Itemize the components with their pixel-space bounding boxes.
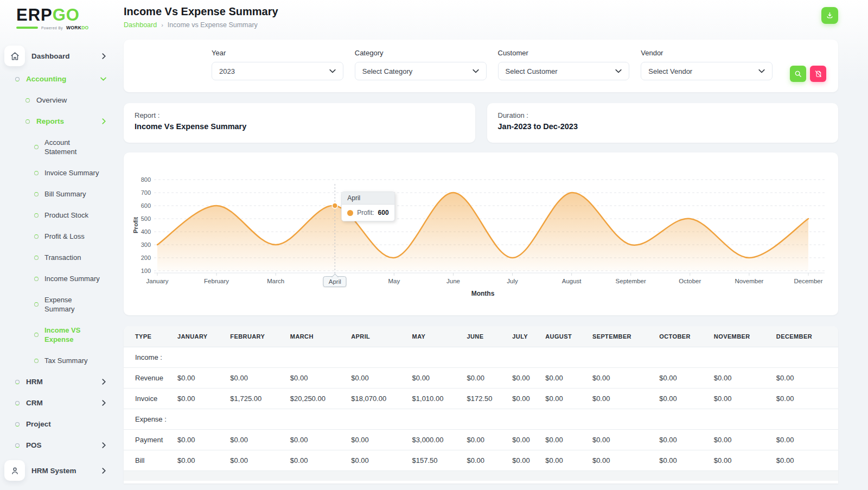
bullet-icon <box>25 98 30 103</box>
search-icon <box>794 70 802 78</box>
section-row-expense: Expense : <box>124 409 838 430</box>
sidebar-item-dashboard[interactable]: Dashboard <box>0 43 116 68</box>
year-select[interactable]: 2023 <box>212 62 343 80</box>
reset-filter-button[interactable] <box>810 66 826 82</box>
vendor-label: Vendor <box>641 49 773 57</box>
reports-submenu: Account StatementInvoice SummaryBill Sum… <box>0 132 116 371</box>
svg-text:June: June <box>446 278 460 284</box>
svg-text:300: 300 <box>141 241 151 248</box>
profit-area-chart: 100200300400500600700800JanuaryFebruaryM… <box>124 152 838 315</box>
category-label: Category <box>355 49 487 57</box>
sidebar-item-crm[interactable]: CRM <box>0 392 116 413</box>
svg-text:February: February <box>204 278 229 284</box>
bullet-icon <box>25 119 30 124</box>
chevron-right-icon <box>101 379 106 385</box>
main-content: Income Vs Expense Summary Dashboard › In… <box>124 0 838 483</box>
next-section-row <box>124 471 838 481</box>
chevron-down-icon <box>758 69 765 73</box>
page-title: Income Vs Expense Summary <box>124 5 278 18</box>
section-row-income: Income : <box>124 347 838 368</box>
bullet-icon <box>34 277 39 281</box>
column-header-february: FEBRUARY <box>230 326 290 347</box>
sidebar-item-income-vs-expense[interactable]: Income VS Expense <box>0 320 116 350</box>
sidebar-item-income-summary[interactable]: Income Summary <box>0 268 116 289</box>
selected-point-marker <box>332 203 337 208</box>
logo-text: ERPGO <box>16 7 116 23</box>
chevron-right-icon <box>101 442 106 448</box>
chevron-right-icon <box>101 53 106 59</box>
sidebar-item-tax-summary[interactable]: Tax Summary <box>0 350 116 371</box>
chart-tooltip: April Profit: 600 <box>341 192 394 221</box>
bullet-icon <box>34 192 39 196</box>
bullet-icon <box>34 256 39 260</box>
svg-text:May: May <box>388 278 400 284</box>
chevron-right-icon <box>101 400 106 406</box>
sidebar-item-transaction[interactable]: Transaction <box>0 247 116 268</box>
report-card: Report : Income Vs Expense Summary <box>124 103 475 143</box>
sidebar-item-hrm[interactable]: HRM <box>0 371 116 392</box>
bullet-icon <box>34 333 39 337</box>
user-icon <box>10 466 20 475</box>
sidebar-menu: Dashboard Accounting Overview Reports Ac… <box>0 43 116 483</box>
column-header-type: TYPE <box>124 326 177 347</box>
column-header-december: DECEMBER <box>776 326 838 347</box>
sidebar-item-invoice-summary[interactable]: Invoice Summary <box>0 162 116 183</box>
logo-underline <box>16 27 38 29</box>
column-header-may: MAY <box>412 326 467 347</box>
svg-text:500: 500 <box>141 215 151 222</box>
modules-menu: HRMCRMProjectPOS <box>0 371 116 456</box>
chevron-down-icon <box>615 69 622 73</box>
bullet-icon <box>15 422 20 427</box>
x-axis-title: Months <box>471 290 495 297</box>
category-select[interactable]: Select Category <box>355 62 487 80</box>
sidebar-item-bill-summary[interactable]: Bill Summary <box>0 183 116 205</box>
svg-text:700: 700 <box>141 189 151 196</box>
column-header-january: JANUARY <box>177 326 230 347</box>
sidebar-item-overview[interactable]: Overview <box>0 90 116 111</box>
sidebar-item-profit-loss[interactable]: Profit & Loss <box>0 226 116 247</box>
column-header-april: APRIL <box>351 326 412 347</box>
customer-field: Customer Select Customer <box>498 49 630 92</box>
svg-text:November: November <box>735 278 763 284</box>
customer-select[interactable]: Select Customer <box>498 62 630 80</box>
chevron-down-icon <box>100 77 106 81</box>
bullet-icon <box>34 145 39 149</box>
bullet-icon <box>15 401 20 405</box>
sidebar-item-accounting[interactable]: Accounting <box>0 68 116 90</box>
sidebar-item-product-stock[interactable]: Product Stock <box>0 205 116 226</box>
breadcrumb-dashboard-link[interactable]: Dashboard <box>124 21 157 29</box>
sidebar-item-expense-summary[interactable]: Expense Summary <box>0 289 116 320</box>
report-label: Report : <box>135 111 464 119</box>
xaxis-hover-label: April <box>323 276 347 287</box>
year-label: Year <box>212 49 343 57</box>
sidebar-item-reports[interactable]: Reports <box>0 111 116 132</box>
reset-filter-icon <box>814 70 822 78</box>
apply-filter-button[interactable] <box>790 66 806 82</box>
sidebar-item-project[interactable]: Project <box>0 413 116 435</box>
sidebar-item-account-statement[interactable]: Account Statement <box>0 132 116 162</box>
vendor-select[interactable]: Select Vendor <box>641 62 773 80</box>
bullet-icon <box>15 443 20 448</box>
svg-text:March: March <box>267 278 284 284</box>
bullet-icon <box>34 359 39 363</box>
tooltip-value: 600 <box>378 209 389 217</box>
bullet-icon <box>34 302 39 307</box>
logo-powered-by: Powered By <box>41 26 63 30</box>
breadcrumb-separator-icon: › <box>161 22 163 28</box>
year-field: Year 2023 <box>212 49 343 92</box>
svg-text:200: 200 <box>141 254 151 261</box>
svg-text:December: December <box>794 278 822 284</box>
app-logo[interactable]: ERPGO Powered By WORKDO <box>0 7 116 30</box>
sidebar-item-pos[interactable]: POS <box>0 435 116 456</box>
bullet-icon <box>34 171 39 175</box>
tooltip-title: April <box>342 192 394 205</box>
customer-label: Customer <box>498 49 630 57</box>
category-field: Category Select Category <box>355 49 487 92</box>
vendor-field: Vendor Select Vendor <box>641 49 773 92</box>
download-button[interactable] <box>821 7 838 24</box>
table-row-payment: Payment$0.00$0.00$0.00$0.00$3,000.00$0.0… <box>124 430 838 450</box>
svg-text:October: October <box>679 278 701 284</box>
report-value: Income Vs Expense Summary <box>135 122 464 131</box>
sidebar-item-hrm-system[interactable]: HRM System <box>0 458 116 483</box>
table-row-bill: Bill$0.00$0.00$0.00$0.00$157.50$0.00$0.0… <box>124 450 838 471</box>
